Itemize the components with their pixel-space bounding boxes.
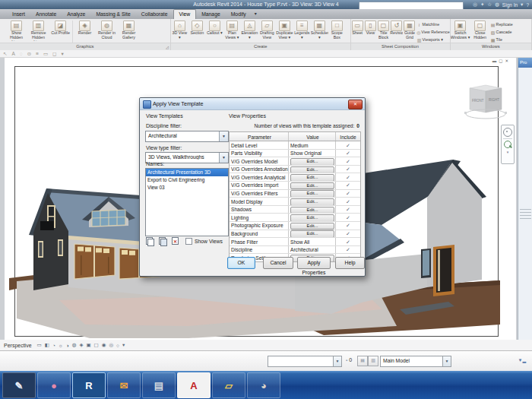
edit-button[interactable]: Edit... bbox=[290, 214, 334, 221]
tab-modify[interactable]: Modify bbox=[226, 9, 252, 19]
include-cell[interactable]: ✓ bbox=[336, 150, 360, 157]
communication-center-icon[interactable]: ✦ bbox=[480, 2, 484, 8]
include-cell[interactable]: ✓ bbox=[336, 141, 360, 149]
properties-panel-header[interactable]: Pro bbox=[518, 58, 532, 68]
dropdown-icon[interactable]: ▾ bbox=[521, 2, 523, 8]
visual-style-icon[interactable]: ◔ bbox=[52, 343, 55, 348]
template-name-item[interactable]: Architectural Presentation 3D bbox=[146, 169, 228, 176]
dialog-launcher-icon[interactable]: ◿ bbox=[166, 45, 169, 49]
media-app-icon[interactable]: ● bbox=[37, 372, 71, 398]
render-icon[interactable]: ◈ bbox=[79, 342, 83, 348]
template-names-list[interactable]: Architectural Presentation 3DExport to C… bbox=[145, 168, 229, 236]
favorites-icon[interactable]: ☆ bbox=[487, 2, 492, 8]
ribbon-button-view[interactable]: ▯View bbox=[364, 20, 377, 41]
filter-icon[interactable]: ▼▂ bbox=[518, 357, 526, 363]
ribbon-button-plan-views[interactable]: ▤Plan Views ▾ bbox=[223, 20, 241, 41]
tab-collaborate[interactable]: Collaborate bbox=[136, 9, 173, 19]
steering-wheel-icon[interactable] bbox=[503, 128, 512, 137]
search-icon[interactable]: ◎ bbox=[473, 2, 477, 8]
ribbon-button-replicate[interactable]: ▤Replicate bbox=[490, 21, 528, 28]
ribbon-button-section[interactable]: ◇Section bbox=[188, 20, 206, 41]
edit-button[interactable]: Edit... bbox=[290, 230, 334, 237]
ribbon-button-sheet[interactable]: ▭Sheet bbox=[351, 20, 364, 41]
help-button[interactable]: Help bbox=[335, 257, 365, 269]
include-cell[interactable]: ✓ bbox=[336, 238, 360, 245]
zoom-icon[interactable] bbox=[504, 141, 511, 148]
edit-button[interactable]: Edit... bbox=[290, 174, 334, 181]
show-views-option[interactable]: Show Views bbox=[185, 238, 223, 245]
ribbon-button-switch-windows[interactable]: ▣Switch Windows ▾ bbox=[451, 20, 470, 41]
ribbon-button-render-in-cloud[interactable]: ◍Render in Cloud bbox=[96, 20, 118, 41]
show-views-checkbox[interactable] bbox=[185, 238, 192, 245]
discipline-filter-select[interactable]: Architectural▼ bbox=[145, 131, 229, 142]
hide-isolate-icon[interactable]: ◎ bbox=[109, 342, 113, 348]
ribbon-button-cut-profile[interactable]: ◪Cut Profile bbox=[49, 20, 71, 41]
edit-button[interactable]: Edit... bbox=[290, 166, 334, 173]
dropdown-icon[interactable]: ▾ bbox=[61, 51, 63, 57]
journal-app-icon[interactable]: ✎ bbox=[2, 372, 36, 398]
edit-button[interactable]: Edit... bbox=[290, 158, 334, 165]
ribbon-button-view-reference[interactable]: ◎View Reference bbox=[416, 28, 450, 36]
include-cell[interactable]: ✓ bbox=[336, 222, 360, 230]
reveal-hidden-icon[interactable]: ○ bbox=[116, 343, 119, 348]
close-view-icon[interactable]: ✕ bbox=[505, 59, 508, 63]
edit-button[interactable]: Edit... bbox=[290, 198, 334, 205]
ribbon-button-close-hidden[interactable]: ▢Close Hidden bbox=[470, 20, 490, 41]
tab-annotate[interactable]: Annotate bbox=[30, 9, 62, 19]
ribbon-button-callout[interactable]: ○Callout ▾ bbox=[206, 20, 223, 41]
tab-manage[interactable]: Manage bbox=[196, 9, 226, 19]
delete-template-icon[interactable]: ✕ bbox=[172, 237, 179, 245]
design-options-select[interactable]: Main Model▼ bbox=[380, 356, 451, 367]
detail-level-icon[interactable]: ◧ bbox=[45, 342, 49, 348]
view-scale-label[interactable]: Perspective bbox=[4, 343, 32, 348]
tab-analyze[interactable]: Analyze bbox=[62, 9, 90, 19]
dimension-icon[interactable]: ◌ bbox=[20, 51, 23, 56]
component-icon[interactable]: ◻ bbox=[52, 51, 56, 57]
crop-view-icon[interactable]: ▣ bbox=[86, 342, 90, 348]
include-cell[interactable]: ✓ bbox=[336, 182, 360, 189]
restore-view-icon[interactable]: ▢ bbox=[499, 59, 502, 63]
workset-select[interactable]: ▼ bbox=[268, 356, 342, 367]
chevron-down-icon[interactable]: ▼ bbox=[219, 153, 228, 163]
minimize-view-icon[interactable]: ▬ bbox=[492, 59, 497, 63]
navigation-bar[interactable]: ▾ bbox=[501, 125, 515, 164]
edit-button[interactable]: Edit... bbox=[290, 207, 334, 214]
ribbon-button-show-hidden-lines[interactable]: ▤Show Hidden Lines bbox=[5, 20, 27, 41]
include-cell[interactable]: ✓ bbox=[336, 198, 360, 205]
ribbon-button-3d-view[interactable]: ⌂3D View ▾ bbox=[171, 20, 188, 41]
show-crop-icon[interactable]: ▢ bbox=[94, 342, 99, 348]
chevron-down-icon[interactable]: ▼ bbox=[442, 356, 451, 366]
revit-app-icon[interactable]: R bbox=[72, 372, 106, 398]
paint-app-icon[interactable]: ◕ bbox=[247, 372, 280, 398]
include-cell[interactable]: ✓ bbox=[336, 190, 360, 198]
editable-only-toggle[interactable]: ▤ bbox=[357, 356, 368, 366]
chevron-down-icon[interactable]: ▾ bbox=[507, 150, 509, 154]
lines-icon[interactable]: ≡ bbox=[36, 51, 39, 56]
edit-button[interactable]: Edit... bbox=[290, 190, 334, 197]
apply-properties-button[interactable]: Apply Properties bbox=[297, 257, 331, 269]
ribbon-button-render[interactable]: ◈Render bbox=[74, 20, 96, 41]
sign-in-button[interactable]: Sign In bbox=[502, 2, 518, 8]
ribbon-button-cascade[interactable]: ▧Cascade bbox=[490, 28, 528, 36]
include-cell[interactable]: ✓ bbox=[336, 246, 360, 254]
properties-panel-collapsed[interactable]: Pro bbox=[518, 58, 532, 340]
text-icon[interactable]: A bbox=[11, 51, 14, 56]
ok-button[interactable]: OK bbox=[227, 257, 255, 269]
scale-icon[interactable]: ▭ bbox=[37, 342, 42, 348]
rename-template-icon[interactable] bbox=[159, 237, 166, 245]
ribbon-button-revisions[interactable]: ↺Revisions bbox=[390, 20, 403, 41]
edit-button[interactable]: Edit... bbox=[290, 182, 334, 189]
tab-massing-site[interactable]: Massing & Site bbox=[90, 9, 135, 19]
ribbon-button-remove-hidden-lines[interactable]: ▥Remove Hidden Lines bbox=[27, 20, 49, 41]
email-app-icon[interactable]: ✉ bbox=[107, 372, 141, 398]
close-icon[interactable]: ✕ bbox=[348, 100, 363, 109]
photo-exposure-icon[interactable]: ◍ bbox=[72, 342, 77, 348]
tab-view[interactable]: View bbox=[173, 9, 197, 19]
template-name-item[interactable]: View 03 bbox=[146, 184, 228, 192]
duplicate-template-icon[interactable] bbox=[146, 237, 153, 245]
sun-path-icon[interactable]: ☼ bbox=[59, 343, 63, 348]
shadows-icon[interactable]: ◑ bbox=[66, 343, 69, 348]
ribbon-button-scope-box[interactable]: □Scope Box bbox=[328, 20, 346, 41]
ribbon-button-drafting-view[interactable]: ▱Drafting View bbox=[258, 20, 276, 41]
acrobat-app-icon[interactable]: A bbox=[177, 372, 211, 398]
